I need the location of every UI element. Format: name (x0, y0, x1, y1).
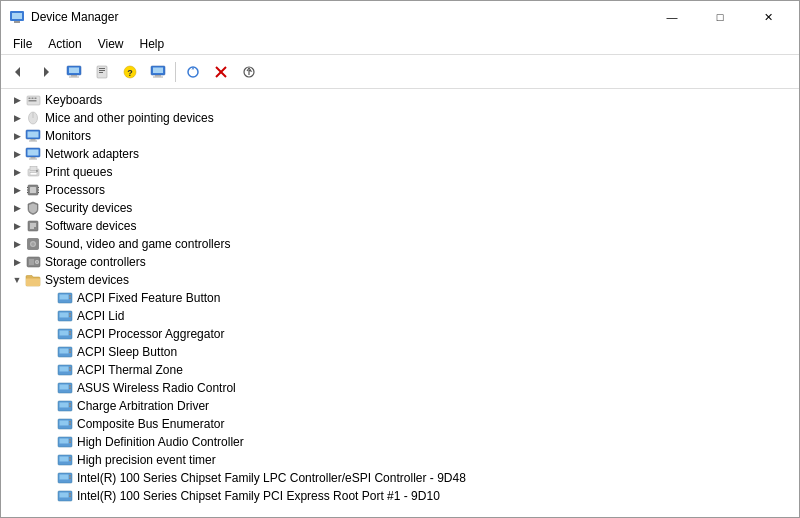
tree-item-acpi-fixed[interactable]: ▶ ACPI Fixed Feature Button (41, 289, 799, 307)
computer-icon (66, 65, 82, 79)
display-button[interactable] (145, 59, 171, 85)
expand-mice[interactable]: ▶ (9, 110, 25, 126)
device-icon-11 (57, 470, 73, 486)
tree-item-monitors[interactable]: ▶ Monitors (9, 127, 799, 145)
svg-rect-17 (155, 75, 161, 77)
acpi-thermal-label: ACPI Thermal Zone (77, 363, 183, 377)
remove-button[interactable] (208, 59, 234, 85)
content-area: ▶ Keyboards ▶ (1, 89, 799, 517)
forward-button[interactable] (33, 59, 59, 85)
tree-item-mice[interactable]: ▶ Mice and other pointing devices (9, 109, 799, 127)
device-tree[interactable]: ▶ Keyboards ▶ (1, 89, 799, 517)
svg-rect-90 (69, 403, 71, 405)
tree-item-keyboards[interactable]: ▶ Keyboards (9, 91, 799, 109)
update-button[interactable] (236, 59, 262, 85)
svg-rect-24 (28, 97, 30, 99)
tree-item-charge[interactable]: ▶ Charge Arbitration Driver (41, 397, 799, 415)
tree-item-intel-pci[interactable]: ▶ Intel(R) 100 Series Chipset Family PCI… (41, 487, 799, 505)
system-label: System devices (45, 273, 129, 287)
tree-item-sound[interactable]: ▶ Sound, video and game controllers (9, 235, 799, 253)
mice-label: Mice and other pointing devices (45, 111, 214, 125)
tree-item-acpi-lid[interactable]: ▶ ACPI Lid (41, 307, 799, 325)
svg-rect-35 (28, 150, 39, 156)
svg-rect-37 (29, 159, 37, 160)
tree-item-composite[interactable]: ▶ Composite Bus Enumerator (41, 415, 799, 433)
svg-rect-87 (69, 388, 71, 390)
software-label: Software devices (45, 219, 136, 233)
storage-label: Storage controllers (45, 255, 146, 269)
tree-item-high-prec[interactable]: ▶ High precision event timer (41, 451, 799, 469)
tree-item-asus[interactable]: ▶ ASUS Wireless Radio Control (41, 379, 799, 397)
sound-icon (25, 236, 41, 252)
svg-rect-74 (69, 331, 71, 333)
svg-marker-4 (44, 67, 49, 77)
menu-help[interactable]: Help (132, 35, 173, 52)
acpi-fixed-label: ACPI Fixed Feature Button (77, 291, 220, 305)
device-manager-window: Device Manager — □ ✕ File Action View He… (0, 0, 800, 518)
svg-marker-3 (15, 67, 20, 77)
expand-system[interactable]: ▼ (9, 272, 25, 288)
svg-rect-99 (69, 442, 71, 444)
storage-icon (25, 254, 41, 270)
tree-item-system[interactable]: ▼ System devices (9, 271, 799, 289)
svg-rect-36 (31, 157, 36, 159)
tree-item-hd-audio[interactable]: ▶ High Definition Audio Controller (41, 433, 799, 451)
minimize-button[interactable]: — (649, 5, 695, 29)
menu-view[interactable]: View (90, 35, 132, 52)
expand-network[interactable]: ▶ (9, 146, 25, 162)
svg-rect-75 (69, 334, 71, 336)
svg-rect-109 (60, 493, 69, 498)
svg-rect-26 (34, 97, 36, 99)
computer-button[interactable] (61, 59, 87, 85)
svg-rect-89 (60, 403, 69, 408)
svg-rect-69 (60, 313, 69, 318)
expand-monitors[interactable]: ▶ (9, 128, 25, 144)
expand-print[interactable]: ▶ (9, 164, 25, 180)
svg-rect-83 (69, 370, 71, 372)
maximize-button[interactable]: □ (697, 5, 743, 29)
tree-item-acpi-sleep[interactable]: ▶ ACPI Sleep Button (41, 343, 799, 361)
expand-keyboards[interactable]: ▶ (9, 92, 25, 108)
tree-item-network[interactable]: ▶ Network adapters (9, 145, 799, 163)
menu-file[interactable]: File (5, 35, 40, 52)
acpi-sleep-label: ACPI Sleep Button (77, 345, 177, 359)
expand-sound[interactable]: ▶ (9, 236, 25, 252)
intel-lpc-label: Intel(R) 100 Series Chipset Family LPC C… (77, 471, 466, 485)
toolbar: ? (1, 55, 799, 89)
properties-button[interactable] (89, 59, 115, 85)
tree-item-acpi-proc[interactable]: ▶ ACPI Processor Aggregator (41, 325, 799, 343)
tree-item-acpi-thermal[interactable]: ▶ ACPI Thermal Zone (41, 361, 799, 379)
device-icon-7 (57, 398, 73, 414)
svg-rect-85 (60, 385, 69, 390)
svg-rect-94 (69, 421, 71, 423)
acpi-lid-label: ACPI Lid (77, 309, 124, 323)
display-icon (150, 65, 166, 79)
svg-rect-32 (31, 139, 36, 141)
help-icon: ? (123, 65, 137, 79)
tree-item-intel-lpc[interactable]: ▶ Intel(R) 100 Series Chipset Family LPC… (41, 469, 799, 487)
tree-item-print[interactable]: ▶ Print queues (9, 163, 799, 181)
close-button[interactable]: ✕ (745, 5, 791, 29)
expand-storage[interactable]: ▶ (9, 254, 25, 270)
svg-rect-93 (60, 421, 69, 426)
tree-item-storage[interactable]: ▶ Storage controllers (9, 253, 799, 271)
svg-rect-71 (69, 316, 71, 318)
expand-processors[interactable]: ▶ (9, 182, 25, 198)
tree-item-processors[interactable]: ▶ Processors (9, 181, 799, 199)
device-icon-10 (57, 452, 73, 468)
expand-security[interactable]: ▶ (9, 200, 25, 216)
svg-rect-12 (99, 72, 103, 73)
menu-bar: File Action View Help (1, 33, 799, 55)
expand-software[interactable]: ▶ (9, 218, 25, 234)
network-label: Network adapters (45, 147, 139, 161)
help-button[interactable]: ? (117, 59, 143, 85)
tree-item-security[interactable]: ▶ Security devices (9, 199, 799, 217)
svg-rect-65 (60, 295, 69, 300)
tree-item-software[interactable]: ▶ Software devices (9, 217, 799, 235)
back-button[interactable] (5, 59, 31, 85)
menu-action[interactable]: Action (40, 35, 89, 52)
monitors-label: Monitors (45, 129, 91, 143)
scan-button[interactable] (180, 59, 206, 85)
processors-label: Processors (45, 183, 105, 197)
svg-rect-43 (30, 187, 36, 193)
